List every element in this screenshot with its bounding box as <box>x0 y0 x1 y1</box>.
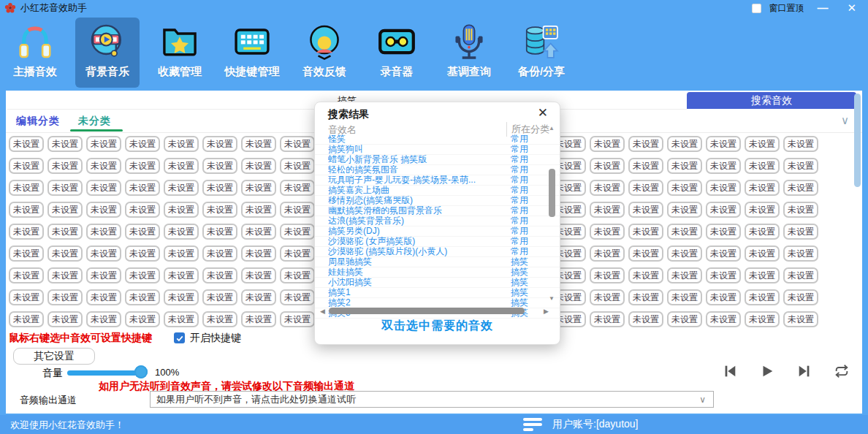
sound-slot-button[interactable]: 未设置 <box>164 136 199 152</box>
search-result-row[interactable]: 达浪(搞笑背景音乐)常用 <box>315 216 560 226</box>
sound-slot-button[interactable]: 未设置 <box>125 180 160 196</box>
sound-slot-button[interactable]: 未设置 <box>745 267 780 283</box>
sound-slot-button[interactable]: 未设置 <box>745 180 780 196</box>
sound-slot-button[interactable]: 未设置 <box>47 224 83 240</box>
result-sound-name[interactable]: 沙漠骆驼 (女声搞笑版) <box>328 237 505 246</box>
sound-slot-button[interactable]: 未设置 <box>241 267 276 283</box>
sound-slot-button[interactable]: 未设置 <box>667 224 702 240</box>
sound-slot-button[interactable]: 未设置 <box>86 289 121 305</box>
sound-slot-button[interactable]: 未设置 <box>706 267 741 283</box>
sound-slot-button[interactable]: 未设置 <box>667 158 702 174</box>
sound-slot-button[interactable]: 未设置 <box>667 136 702 152</box>
sound-slot-button[interactable]: 未设置 <box>628 158 663 174</box>
sound-slot-button[interactable]: 未设置 <box>164 158 199 174</box>
always-on-top-checkbox[interactable] <box>752 4 761 13</box>
sound-slot-button[interactable]: 未设置 <box>280 180 315 196</box>
sound-slot-button[interactable]: 未设置 <box>745 202 780 218</box>
sound-slot-button[interactable]: 未设置 <box>590 267 625 283</box>
sound-slot-button[interactable]: 未设置 <box>745 311 780 327</box>
sound-slot-button[interactable]: 未设置 <box>86 224 121 240</box>
sound-slot-button[interactable]: 未设置 <box>241 180 276 196</box>
sound-slot-button[interactable]: 未设置 <box>164 180 199 196</box>
sound-slot-button[interactable]: 未设置 <box>628 224 663 240</box>
sound-slot-button[interactable]: 未设置 <box>9 224 44 240</box>
result-sound-name[interactable]: 蜡笔小新背景音乐 搞笑版 <box>328 155 505 164</box>
tab-edit-category[interactable]: 编辑分类 <box>16 115 60 128</box>
sound-slot-button[interactable]: 未设置 <box>47 245 83 262</box>
sound-slot-button[interactable]: 未设置 <box>86 267 121 283</box>
sound-slot-button[interactable]: 未设置 <box>164 245 199 262</box>
sound-slot-button[interactable]: 未设置 <box>628 136 663 152</box>
sound-slot-button[interactable]: 未设置 <box>202 311 237 327</box>
sound-slot-button[interactable]: 未设置 <box>745 158 780 174</box>
sound-slot-button[interactable]: 未设置 <box>280 267 315 283</box>
sound-slot-button[interactable]: 未设置 <box>86 311 121 327</box>
sound-slot-button[interactable]: 未设置 <box>202 245 237 262</box>
sound-slot-button[interactable]: 未设置 <box>241 224 276 240</box>
sound-slot-button[interactable]: 未设置 <box>9 158 44 174</box>
search-result-row[interactable]: 移情别恋(搞笑痛哭版)常用 <box>315 196 560 206</box>
sound-slot-button[interactable]: 未设置 <box>590 180 625 196</box>
sound-slot-button[interactable]: 未设置 <box>590 202 625 218</box>
next-button[interactable] <box>796 363 812 382</box>
sound-slot-button[interactable]: 未设置 <box>9 180 44 196</box>
sound-slot-button[interactable]: 未设置 <box>47 289 83 305</box>
play-button[interactable] <box>759 363 775 382</box>
popup-vertical-scrollbar[interactable] <box>549 169 555 217</box>
sound-slot-button[interactable]: 未设置 <box>86 180 121 196</box>
sound-slot-button[interactable]: 未设置 <box>241 289 276 305</box>
toolbar-item-1[interactable]: 主播音效 <box>3 18 67 88</box>
sound-slot-button[interactable]: 未设置 <box>241 202 276 218</box>
sound-slot-button[interactable]: 未设置 <box>590 245 625 262</box>
scroll-up-icon[interactable]: ▲ <box>549 125 555 132</box>
sound-slot-button[interactable]: 未设置 <box>280 158 315 174</box>
sound-slot-button[interactable]: 未设置 <box>590 136 625 152</box>
sound-slot-button[interactable]: 未设置 <box>125 311 160 327</box>
sound-slot-button[interactable]: 未设置 <box>783 180 818 196</box>
sound-slot-button[interactable]: 未设置 <box>164 289 199 305</box>
sound-slot-button[interactable]: 未设置 <box>164 224 199 240</box>
result-sound-name[interactable]: 搞笑另类(DJ) <box>328 226 505 236</box>
sound-slot-button[interactable]: 未设置 <box>47 202 83 218</box>
toolbar-item-3[interactable]: 收藏管理 <box>148 18 212 88</box>
other-settings-button[interactable]: 其它设置 <box>13 348 95 365</box>
result-sound-name[interactable]: 轻松的搞笑氛围音 <box>328 165 505 175</box>
search-result-row[interactable]: 怪笑常用 <box>315 134 560 145</box>
search-result-row[interactable]: 小沈阳搞笑搞笑 <box>315 278 560 288</box>
sound-slot-button[interactable]: 未设置 <box>202 289 237 305</box>
sound-slot-button[interactable]: 未设置 <box>280 224 315 240</box>
search-result-row[interactable]: 沙漠骆驼 (女声搞笑版)常用 <box>315 237 560 247</box>
sound-slot-button[interactable]: 未设置 <box>202 158 237 174</box>
main-scrollbar[interactable] <box>854 94 861 187</box>
volume-slider-thumb[interactable] <box>134 365 148 378</box>
sound-slot-button[interactable]: 未设置 <box>280 202 315 218</box>
sound-slot-button[interactable]: 未设置 <box>47 136 83 152</box>
result-sound-name[interactable]: 搞笑1 <box>328 288 505 297</box>
toolbar-item-6[interactable]: 录音器 <box>365 18 429 88</box>
sound-slot-button[interactable]: 未设置 <box>667 311 702 327</box>
audio-channel-select[interactable]: 如果用户听不到声音，请点击此处切换通道试听 ∨ <box>150 391 714 408</box>
sound-slot-button[interactable]: 未设置 <box>783 202 818 218</box>
sound-slot-button[interactable]: 未设置 <box>47 267 83 283</box>
close-button[interactable]: ✕ <box>841 0 862 16</box>
search-result-row[interactable]: 玩具哨子声-婴儿玩耍-搞笑场景-呆萌...常用 <box>315 175 560 186</box>
search-result-row[interactable]: 搞笑2搞笑 <box>315 298 560 308</box>
search-result-row[interactable]: 蜡笔小新背景音乐 搞笑版常用 <box>315 155 560 165</box>
popup-horizontal-scrollbar[interactable] <box>329 308 525 314</box>
sound-slot-button[interactable]: 未设置 <box>706 180 741 196</box>
sound-slot-button[interactable]: 未设置 <box>9 311 44 327</box>
sound-slot-button[interactable]: 未设置 <box>667 202 702 218</box>
toolbar-item-2[interactable]: 背景音乐 <box>75 18 140 88</box>
sound-slot-button[interactable]: 未设置 <box>706 224 741 240</box>
sound-slot-button[interactable]: 未设置 <box>86 136 121 152</box>
sound-slot-button[interactable]: 未设置 <box>628 289 663 305</box>
sound-slot-button[interactable]: 未设置 <box>706 136 741 152</box>
result-sound-name[interactable]: 玩具哨子声-婴儿玩耍-搞笑场景-呆萌... <box>328 175 505 185</box>
sound-slot-button[interactable]: 未设置 <box>667 267 702 283</box>
sound-slot-button[interactable]: 未设置 <box>590 311 625 327</box>
search-result-row[interactable]: 沙漠骆驼 (搞笑版片段)(小黄人)常用 <box>315 247 560 257</box>
result-sound-name[interactable]: 沙漠骆驼 (搞笑版片段)(小黄人) <box>328 247 505 256</box>
sound-slot-button[interactable]: 未设置 <box>86 202 121 218</box>
sound-slot-button[interactable]: 未设置 <box>125 158 160 174</box>
hotkey-checkbox-label[interactable]: 开启快捷键 <box>190 332 241 345</box>
